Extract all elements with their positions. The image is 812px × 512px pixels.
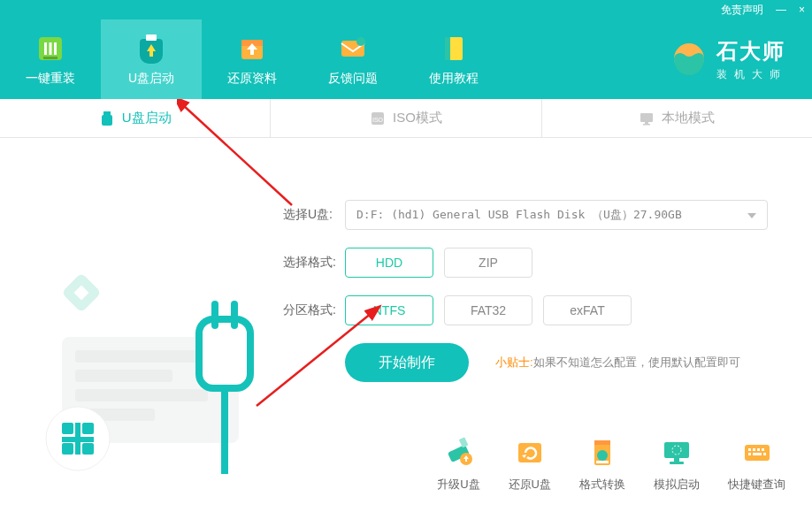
svg-rect-27 xyxy=(62,423,73,434)
brand: 石大师 装机大师 xyxy=(670,37,812,82)
usb-select[interactable]: D:F: (hd1) General USB Flash Disk （U盘）27… xyxy=(345,200,768,230)
simulate-boot-icon xyxy=(660,436,693,470)
bottom-label: 升级U盘 xyxy=(437,477,479,493)
tab-local-icon xyxy=(639,111,655,126)
nav-label: 还原资料 xyxy=(227,71,277,87)
nav-feedback-icon xyxy=(336,32,370,65)
hotkey-query-icon xyxy=(740,436,774,470)
subtab-label: ISO模式 xyxy=(393,110,442,126)
svg-rect-53 xyxy=(753,453,762,455)
bottom-label: 模拟启动 xyxy=(654,477,700,493)
nav-restore-icon xyxy=(235,32,269,65)
partition-opt-ntfs[interactable]: NTFS xyxy=(345,295,433,325)
nav-reinstall-icon xyxy=(34,32,67,65)
svg-rect-43 xyxy=(664,442,689,458)
nav-usb-icon xyxy=(134,32,168,65)
minimize-button[interactable]: — xyxy=(776,4,786,16)
svg-rect-22 xyxy=(75,389,208,401)
svg-rect-5 xyxy=(146,34,157,41)
partition-opt-fat32[interactable]: FAT32 xyxy=(444,295,532,325)
format-opt-hdd[interactable]: HDD xyxy=(345,248,433,278)
upgrade-usb-icon xyxy=(441,436,475,470)
svg-rect-18 xyxy=(643,124,650,126)
svg-rect-11 xyxy=(445,37,450,60)
format-convert[interactable]: 格式转换 xyxy=(579,436,625,493)
svg-rect-21 xyxy=(75,370,172,382)
svg-rect-29 xyxy=(62,443,73,455)
brand-logo-icon xyxy=(670,41,708,78)
hotkey-query[interactable]: 快捷键查询 xyxy=(728,436,785,493)
subtab-label: 本地模式 xyxy=(662,110,715,126)
start-button[interactable]: 开始制作 xyxy=(345,343,469,382)
tip-text: 小贴士:如果不知道怎么配置，使用默认配置即可 xyxy=(495,355,740,371)
nav-label: 反馈问题 xyxy=(328,71,378,87)
nav-restore[interactable]: 还原资料 xyxy=(202,19,303,99)
nav-feedback[interactable]: 反馈问题 xyxy=(303,19,403,99)
format-convert-icon xyxy=(586,436,619,470)
nav-tutorial-icon xyxy=(437,32,471,65)
restore-usb[interactable]: 还原U盘 xyxy=(509,436,551,493)
svg-rect-17 xyxy=(645,122,648,124)
partition-label: 分区格式: xyxy=(283,302,345,318)
nav-label: U盘启动 xyxy=(128,71,174,87)
illustration xyxy=(0,138,265,512)
tab-local[interactable]: 本地模式 xyxy=(542,99,812,137)
partition-opt-exfat[interactable]: exFAT xyxy=(543,295,632,325)
simulate-boot[interactable]: 模拟启动 xyxy=(654,436,700,493)
svg-rect-51 xyxy=(762,448,764,451)
svg-rect-36 xyxy=(459,437,469,447)
svg-rect-28 xyxy=(82,423,94,434)
svg-rect-2 xyxy=(50,42,52,55)
nav-tutorial[interactable]: 使用教程 xyxy=(403,19,504,99)
nav-label: 一键重装 xyxy=(26,71,75,87)
select-usb-label: 选择U盘: xyxy=(283,207,345,223)
nav-usb[interactable]: U盘启动 xyxy=(101,19,202,99)
nav-label: 使用教程 xyxy=(429,71,479,87)
svg-rect-30 xyxy=(82,443,94,455)
svg-rect-16 xyxy=(640,113,653,122)
svg-text:ISO: ISO xyxy=(372,117,384,123)
bottom-label: 格式转换 xyxy=(579,477,625,493)
format-opt-zip[interactable]: ZIP xyxy=(444,248,532,278)
brand-sub: 装机大师 xyxy=(716,67,787,82)
svg-rect-1 xyxy=(44,42,47,55)
close-button[interactable]: × xyxy=(799,4,805,16)
brand-name: 石大师 xyxy=(716,37,787,65)
restore-usb-icon xyxy=(513,436,547,470)
svg-rect-45 xyxy=(674,458,679,462)
tab-usb[interactable]: U盘启动 xyxy=(0,99,271,137)
format-label: 选择格式: xyxy=(283,255,345,271)
svg-rect-40 xyxy=(594,440,610,445)
tab-iso-icon: ISO xyxy=(370,111,386,126)
svg-rect-42 xyxy=(596,461,609,463)
tab-usb-icon xyxy=(99,111,115,126)
svg-rect-46 xyxy=(670,462,684,464)
svg-rect-4 xyxy=(43,57,57,59)
svg-rect-52 xyxy=(748,453,751,455)
upgrade-usb[interactable]: 升级U盘 xyxy=(437,436,479,493)
svg-rect-49 xyxy=(753,448,755,451)
svg-rect-12 xyxy=(103,111,111,115)
svg-rect-54 xyxy=(763,453,766,455)
svg-rect-3 xyxy=(54,42,57,55)
tab-iso[interactable]: ISOISO模式 xyxy=(271,99,541,137)
disclaimer-link[interactable]: 免责声明 xyxy=(721,3,763,18)
svg-point-9 xyxy=(356,37,365,46)
svg-rect-50 xyxy=(757,448,760,451)
nav-reinstall[interactable]: 一键重装 xyxy=(0,19,101,99)
bottom-label: 快捷键查询 xyxy=(728,477,785,493)
bottom-label: 还原U盘 xyxy=(509,477,551,493)
svg-rect-13 xyxy=(102,115,112,126)
svg-point-41 xyxy=(597,450,608,461)
svg-rect-48 xyxy=(748,448,751,451)
subtab-label: U盘启动 xyxy=(122,110,172,126)
svg-rect-31 xyxy=(199,319,250,388)
